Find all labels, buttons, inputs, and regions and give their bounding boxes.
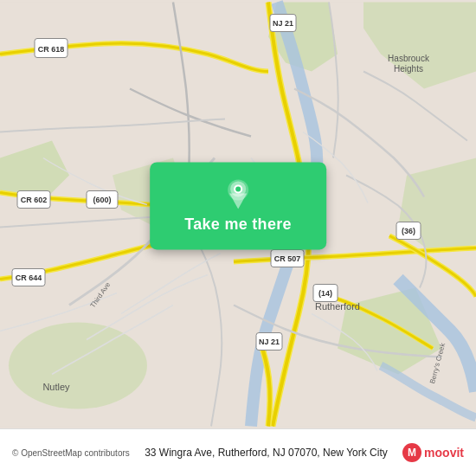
take-me-there-button[interactable]: Take me there [150,162,326,249]
svg-text:NJ 21: NJ 21 [259,338,280,346]
svg-text:Nutley: Nutley [42,382,70,392]
svg-text:(600): (600) [93,196,111,204]
svg-text:Rutherford: Rutherford [315,301,360,312]
svg-point-6 [9,323,147,409]
svg-text:CR 618: CR 618 [38,45,65,54]
address-text: 33 Wingra Ave, Rutherford, NJ 07070, New… [130,447,402,459]
svg-text:CR 644: CR 644 [16,273,42,282]
location-pin-icon [222,177,254,209]
moovit-logo: M moovit [402,443,464,462]
app: CR 618 NJ 21 (600) CR 602 CR 644 CR 507 … [0,0,476,476]
svg-text:NJ 21: NJ 21 [273,19,293,28]
svg-text:CR 602: CR 602 [21,196,48,204]
svg-text:(36): (36) [402,227,415,235]
moovit-brand-label: moovit [424,446,464,460]
map-container: CR 618 NJ 21 (600) CR 602 CR 644 CR 507 … [0,0,476,428]
map-attribution: © OpenStreetMap contributors [12,448,130,458]
cta-label: Take me there [184,215,292,234]
moovit-icon: M [402,443,421,462]
bottom-bar: © OpenStreetMap contributors 33 Wingra A… [0,428,476,476]
svg-marker-35 [229,193,247,209]
svg-text:CR 507: CR 507 [274,254,301,263]
svg-text:Hasbrouck: Hasbrouck [388,54,430,63]
svg-text:(14): (14) [318,289,332,298]
svg-point-36 [235,186,241,191]
svg-text:Heights: Heights [394,64,423,74]
